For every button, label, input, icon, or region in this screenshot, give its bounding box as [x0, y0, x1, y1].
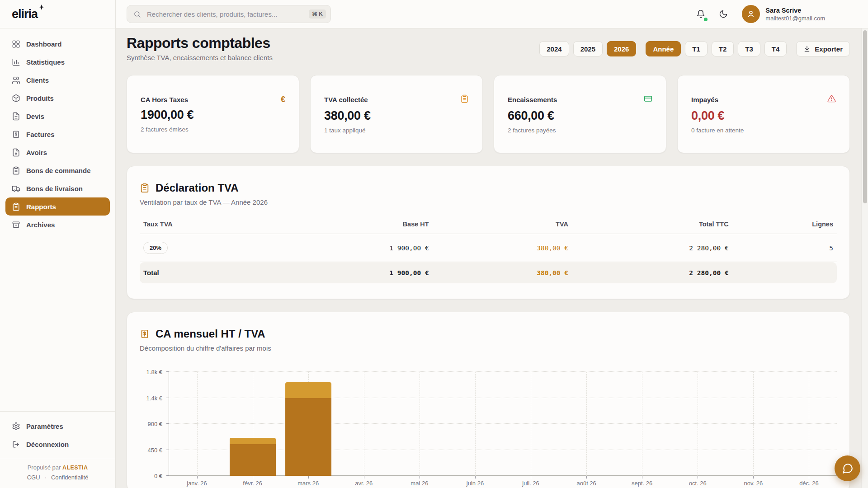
clipboard-list-icon: [12, 166, 20, 175]
sidebar-item-avoirs[interactable]: Avoirs: [5, 143, 110, 161]
tva-panel-title: Déclaration TVA: [156, 182, 239, 194]
kpi-label: TVA collectée: [324, 96, 368, 103]
download-icon: [803, 45, 811, 52]
year-2024-button[interactable]: 2024: [539, 41, 569, 56]
horizontal-gridline: [169, 423, 837, 424]
kpi-value: 380,00 €: [324, 109, 469, 123]
year-2025-button[interactable]: 2025: [573, 41, 603, 56]
period-t2-button[interactable]: T2: [712, 41, 734, 56]
topbar: ⌘ K Sara Scrive mailtest01@gmail.com: [116, 0, 868, 28]
search-input[interactable]: [146, 10, 304, 19]
x-axis-tick-label: juil. 26: [522, 480, 539, 487]
period-t1-button[interactable]: T1: [685, 41, 708, 56]
vertical-gridline: [586, 372, 587, 476]
global-search: ⌘ K: [127, 5, 331, 23]
clipboard-report-icon: [12, 202, 20, 211]
period-t3-button[interactable]: T3: [738, 41, 760, 56]
credit-card-icon: [644, 94, 652, 103]
x-axis-tick: [698, 476, 698, 479]
y-axis-tick-label: 1.8k €: [146, 369, 162, 375]
chart-panel-title-row: CA mensuel HT / TVA: [140, 328, 837, 340]
page-subtitle: Synthèse TVA, encaissements et balance c…: [127, 54, 273, 61]
x-axis-tick: [531, 476, 531, 479]
sidebar-item-parametres[interactable]: Paramètres: [5, 417, 110, 435]
notifications-button[interactable]: [692, 5, 709, 23]
total-label-cell: Total: [140, 262, 279, 284]
kpi-card-encaissements: Encaissements660,00 €2 factures payées: [494, 75, 666, 153]
vertical-gridline: [475, 372, 476, 476]
total-base-ht-cell: 1 900,00 €: [279, 262, 432, 284]
table-header-row: Taux TVABase HTTVATotal TTCLignes: [140, 216, 837, 234]
period-t4-button[interactable]: T4: [764, 41, 787, 56]
page-title: Rapports comptables: [127, 35, 273, 51]
chat-bubble-icon: [842, 463, 854, 474]
vertical-gridline: [364, 372, 364, 476]
page-header: Rapports comptables Synthèse TVA, encais…: [127, 35, 850, 61]
user-name: Sara Scrive: [765, 6, 825, 14]
footer-link-confidentialite[interactable]: Confidentialité: [51, 474, 88, 481]
sidebar-item-bons-de-commande[interactable]: Bons de commande: [5, 161, 110, 179]
user-menu[interactable]: Sara Scrive mailtest01@gmail.com: [742, 5, 825, 23]
footer-link-cgu[interactable]: CGU: [27, 474, 40, 481]
x-axis-tick: [753, 476, 754, 479]
legal-links: CGU · Confidentialité: [5, 474, 111, 481]
button-label: 2025: [580, 45, 595, 53]
table-total-row: Total1 900,00 €380,00 €2 280,00 €: [140, 262, 837, 284]
bar-chart-icon: [12, 58, 20, 66]
bar-segment-tva: [230, 438, 276, 444]
powered-by-prefix: Propulsé par: [28, 464, 61, 471]
sidebar-item-label: Paramètres: [26, 422, 63, 430]
receipt-euro-icon: [140, 329, 150, 339]
sidebar-item-deconnexion[interactable]: Déconnexion: [5, 435, 110, 453]
sidebar-bottom-nav: ParamètresDéconnexion: [0, 411, 115, 458]
sidebar-item-label: Déconnexion: [26, 441, 69, 448]
y-axis-tick: [166, 450, 169, 450]
period-annee-button[interactable]: Année: [646, 41, 681, 56]
kpi-subtitle: 2 factures émises: [141, 126, 285, 133]
kpi-label: CA Hors Taxes: [141, 96, 188, 103]
footer-link-separator: ·: [45, 474, 47, 481]
filter-toolbar: 202420252026AnnéeT1T2T3T4Exporter: [539, 41, 850, 56]
scrollbar-track[interactable]: [861, 28, 868, 488]
x-axis-tick: [253, 476, 253, 479]
sidebar-item-archives[interactable]: Archives: [5, 216, 110, 234]
vertical-gridline: [809, 372, 809, 476]
button-label: T1: [692, 45, 700, 53]
x-axis-tick-label: juin 26: [467, 480, 484, 487]
dark-mode-toggle[interactable]: [715, 5, 732, 23]
kpi-value: 1900,00 €: [141, 108, 285, 122]
kpi-card-impayes: Impayés0,00 €0 facture en attente: [677, 75, 850, 153]
bar-segment-ht: [285, 398, 331, 476]
sidebar-item-label: Bons de commande: [26, 167, 91, 174]
sidebar-item-statistiques[interactable]: Statistiques: [5, 53, 110, 71]
main-area: ⌘ K Sara Scrive mailtest01@gmail.com: [116, 0, 868, 488]
sidebar-item-bons-de-livraison[interactable]: Bons de livraison: [5, 179, 110, 197]
tva-rate-badge: 20%: [143, 242, 168, 254]
column-header-base-ht: Base HT: [279, 216, 432, 234]
sidebar-item-factures[interactable]: Factures: [5, 125, 110, 143]
kpi-card-ca-hors-taxes: CA Hors Taxes€1900,00 €2 factures émises: [127, 75, 299, 153]
sidebar-item-clients[interactable]: Clients: [5, 71, 110, 89]
column-header-tva: TVA: [433, 216, 572, 234]
kpi-cards: CA Hors Taxes€1900,00 €2 factures émises…: [127, 75, 850, 153]
button-label: T2: [719, 45, 727, 53]
page-content: Rapports comptables Synthèse TVA, encais…: [116, 28, 868, 488]
file-text-icon: [12, 112, 20, 121]
year-2026-button[interactable]: 2026: [607, 41, 636, 56]
sidebar-item-dashboard[interactable]: Dashboard: [5, 35, 110, 53]
sidebar-item-rapports[interactable]: Rapports: [5, 197, 110, 216]
x-axis-tick: [364, 476, 364, 479]
kpi-label: Impayés: [691, 96, 718, 103]
monthly-ca-chart: 0 €450 €900 €1.4k €1.8k € janv. 26févr. …: [140, 372, 837, 476]
lines-cell: 5: [732, 234, 837, 262]
sidebar-item-label: Produits: [26, 94, 54, 102]
sidebar-item-produits[interactable]: Produits: [5, 89, 110, 107]
export-button[interactable]: Exporter: [796, 41, 850, 56]
sidebar-item-devis[interactable]: Devis: [5, 107, 110, 125]
tva-panel-subtitle: Ventilation par taux de TVA — Année 2026: [140, 198, 837, 206]
sidebar-nav: DashboardStatistiquesClientsProduitsDevi…: [0, 28, 115, 411]
chat-fab-button[interactable]: [835, 455, 860, 481]
scrollbar-thumb[interactable]: [863, 30, 867, 203]
sidebar-footer: Propulsé par ALESTIA CGU · Confidentiali…: [0, 458, 115, 488]
chart-panel-title: CA mensuel HT / TVA: [156, 328, 265, 340]
